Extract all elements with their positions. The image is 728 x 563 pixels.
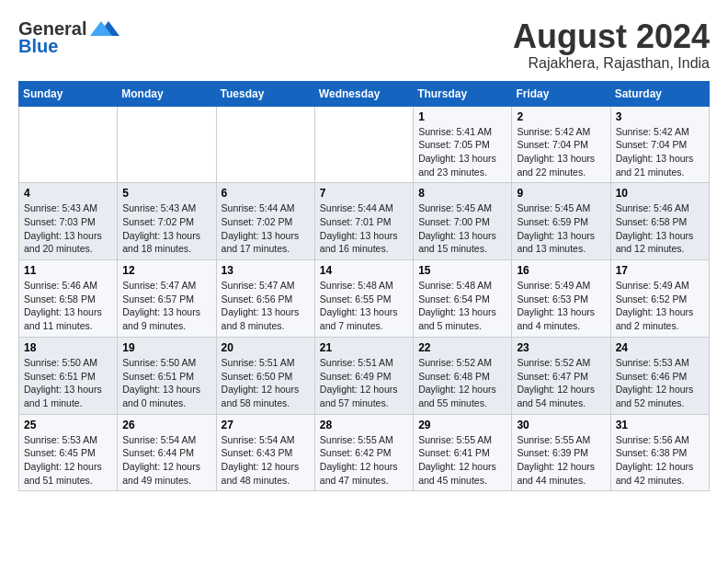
calendar-cell: 1Sunrise: 5:41 AM Sunset: 7:05 PM Daylig… — [414, 106, 512, 183]
day-number: 16 — [517, 264, 605, 277]
day-info: Sunrise: 5:47 AM Sunset: 6:57 PM Dayligh… — [122, 279, 210, 333]
day-info: Sunrise: 5:49 AM Sunset: 6:53 PM Dayligh… — [517, 279, 605, 333]
day-info: Sunrise: 5:55 AM Sunset: 6:41 PM Dayligh… — [418, 433, 506, 488]
week-row-3: 11Sunrise: 5:46 AM Sunset: 6:58 PM Dayli… — [19, 260, 710, 338]
day-info: Sunrise: 5:51 AM Sunset: 6:50 PM Dayligh… — [222, 356, 310, 410]
calendar-cell — [216, 106, 314, 183]
day-number: 7 — [320, 187, 408, 200]
week-row-1: 1Sunrise: 5:41 AM Sunset: 7:05 PM Daylig… — [19, 106, 710, 183]
day-info: Sunrise: 5:44 AM Sunset: 7:02 PM Dayligh… — [222, 201, 310, 256]
logo-icon — [90, 19, 119, 40]
day-number: 8 — [418, 187, 506, 200]
calendar-cell: 9Sunrise: 5:45 AM Sunset: 6:59 PM Daylig… — [512, 183, 610, 260]
day-number: 3 — [616, 110, 704, 123]
calendar-table: SundayMondayTuesdayWednesdayThursdayFrid… — [18, 81, 710, 492]
day-number: 30 — [517, 419, 605, 431]
calendar-cell: 23Sunrise: 5:52 AM Sunset: 6:47 PM Dayli… — [512, 337, 610, 414]
calendar-cell: 6Sunrise: 5:44 AM Sunset: 7:02 PM Daylig… — [216, 183, 314, 260]
week-row-5: 25Sunrise: 5:53 AM Sunset: 6:45 PM Dayli… — [19, 414, 710, 491]
calendar-cell: 2Sunrise: 5:42 AM Sunset: 7:04 PM Daylig… — [512, 106, 610, 183]
day-number: 29 — [418, 419, 506, 431]
calendar-cell: 18Sunrise: 5:50 AM Sunset: 6:51 PM Dayli… — [19, 337, 118, 414]
day-info: Sunrise: 5:50 AM Sunset: 6:51 PM Dayligh… — [122, 356, 210, 410]
header-thursday: Thursday — [414, 81, 512, 106]
day-info: Sunrise: 5:41 AM Sunset: 7:05 PM Dayligh… — [418, 125, 506, 179]
day-info: Sunrise: 5:46 AM Sunset: 6:58 PM Dayligh… — [616, 201, 704, 256]
calendar-cell: 16Sunrise: 5:49 AM Sunset: 6:53 PM Dayli… — [512, 260, 610, 338]
day-info: Sunrise: 5:42 AM Sunset: 7:04 PM Dayligh… — [616, 125, 704, 179]
calendar-cell: 11Sunrise: 5:46 AM Sunset: 6:58 PM Dayli… — [19, 260, 118, 338]
day-info: Sunrise: 5:45 AM Sunset: 6:59 PM Dayligh… — [517, 201, 605, 256]
day-number: 6 — [222, 187, 310, 200]
header-row: SundayMondayTuesdayWednesdayThursdayFrid… — [19, 81, 710, 106]
day-number: 28 — [320, 419, 408, 431]
page-header: General Blue August 2024 Rajakhera, Raja… — [18, 18, 710, 72]
calendar-cell — [19, 106, 118, 183]
day-number: 13 — [222, 264, 310, 277]
day-info: Sunrise: 5:46 AM Sunset: 6:58 PM Dayligh… — [24, 279, 112, 333]
day-number: 1 — [418, 110, 506, 123]
calendar-cell: 19Sunrise: 5:50 AM Sunset: 6:51 PM Dayli… — [118, 337, 216, 414]
day-info: Sunrise: 5:54 AM Sunset: 6:44 PM Dayligh… — [122, 433, 210, 488]
calendar-cell: 17Sunrise: 5:49 AM Sunset: 6:52 PM Dayli… — [610, 260, 709, 338]
calendar-cell: 30Sunrise: 5:55 AM Sunset: 6:39 PM Dayli… — [512, 414, 610, 491]
calendar-cell — [118, 106, 216, 183]
calendar-cell: 24Sunrise: 5:53 AM Sunset: 6:46 PM Dayli… — [610, 337, 709, 414]
calendar-cell: 10Sunrise: 5:46 AM Sunset: 6:58 PM Dayli… — [610, 183, 709, 260]
day-number: 24 — [616, 341, 704, 354]
day-info: Sunrise: 5:51 AM Sunset: 6:49 PM Dayligh… — [320, 356, 408, 410]
calendar-cell: 25Sunrise: 5:53 AM Sunset: 6:45 PM Dayli… — [19, 414, 118, 491]
calendar-cell: 22Sunrise: 5:52 AM Sunset: 6:48 PM Dayli… — [414, 337, 512, 414]
header-friday: Friday — [512, 81, 610, 106]
day-number: 11 — [24, 264, 112, 277]
week-row-4: 18Sunrise: 5:50 AM Sunset: 6:51 PM Dayli… — [19, 337, 710, 414]
day-number: 14 — [320, 264, 408, 277]
calendar-cell: 28Sunrise: 5:55 AM Sunset: 6:42 PM Dayli… — [314, 414, 413, 491]
logo-blue: Blue — [18, 36, 58, 57]
calendar-cell — [314, 106, 413, 183]
day-info: Sunrise: 5:48 AM Sunset: 6:55 PM Dayligh… — [320, 279, 408, 333]
day-info: Sunrise: 5:53 AM Sunset: 6:46 PM Dayligh… — [616, 356, 704, 410]
day-number: 31 — [616, 419, 704, 431]
day-info: Sunrise: 5:43 AM Sunset: 7:02 PM Dayligh… — [122, 201, 210, 256]
day-number: 15 — [418, 264, 506, 277]
calendar-cell: 12Sunrise: 5:47 AM Sunset: 6:57 PM Dayli… — [118, 260, 216, 338]
day-info: Sunrise: 5:42 AM Sunset: 7:04 PM Dayligh… — [517, 125, 605, 179]
day-number: 17 — [616, 264, 704, 277]
day-info: Sunrise: 5:53 AM Sunset: 6:45 PM Dayligh… — [24, 433, 112, 488]
day-number: 25 — [24, 419, 112, 431]
header-sunday: Sunday — [19, 81, 118, 106]
header-monday: Monday — [118, 81, 216, 106]
calendar-cell: 14Sunrise: 5:48 AM Sunset: 6:55 PM Dayli… — [314, 260, 413, 338]
day-number: 4 — [24, 187, 112, 200]
day-number: 10 — [616, 187, 704, 200]
day-info: Sunrise: 5:50 AM Sunset: 6:51 PM Dayligh… — [24, 356, 112, 410]
day-number: 21 — [320, 341, 408, 354]
calendar-cell: 26Sunrise: 5:54 AM Sunset: 6:44 PM Dayli… — [118, 414, 216, 491]
calendar-cell: 5Sunrise: 5:43 AM Sunset: 7:02 PM Daylig… — [118, 183, 216, 260]
main-title: August 2024 — [513, 18, 710, 55]
sub-title: Rajakhera, Rajasthan, India — [513, 55, 710, 72]
day-number: 5 — [122, 187, 210, 200]
calendar-cell: 4Sunrise: 5:43 AM Sunset: 7:03 PM Daylig… — [19, 183, 118, 260]
day-number: 20 — [222, 341, 310, 354]
day-info: Sunrise: 5:56 AM Sunset: 6:38 PM Dayligh… — [616, 433, 704, 488]
day-info: Sunrise: 5:54 AM Sunset: 6:43 PM Dayligh… — [222, 433, 310, 488]
day-number: 18 — [24, 341, 112, 354]
day-info: Sunrise: 5:45 AM Sunset: 7:00 PM Dayligh… — [418, 201, 506, 256]
week-row-2: 4Sunrise: 5:43 AM Sunset: 7:03 PM Daylig… — [19, 183, 710, 260]
header-saturday: Saturday — [610, 81, 709, 106]
calendar-cell: 8Sunrise: 5:45 AM Sunset: 7:00 PM Daylig… — [414, 183, 512, 260]
day-number: 2 — [517, 110, 605, 123]
calendar-cell: 27Sunrise: 5:54 AM Sunset: 6:43 PM Dayli… — [216, 414, 314, 491]
day-info: Sunrise: 5:55 AM Sunset: 6:39 PM Dayligh… — [517, 433, 605, 488]
day-info: Sunrise: 5:55 AM Sunset: 6:42 PM Dayligh… — [320, 433, 408, 488]
day-info: Sunrise: 5:52 AM Sunset: 6:48 PM Dayligh… — [418, 356, 506, 410]
day-number: 12 — [122, 264, 210, 277]
day-info: Sunrise: 5:48 AM Sunset: 6:54 PM Dayligh… — [418, 279, 506, 333]
calendar-cell: 15Sunrise: 5:48 AM Sunset: 6:54 PM Dayli… — [414, 260, 512, 338]
calendar-cell: 7Sunrise: 5:44 AM Sunset: 7:01 PM Daylig… — [314, 183, 413, 260]
day-number: 27 — [222, 419, 310, 431]
day-number: 22 — [418, 341, 506, 354]
title-block: August 2024 Rajakhera, Rajasthan, India — [513, 18, 710, 72]
